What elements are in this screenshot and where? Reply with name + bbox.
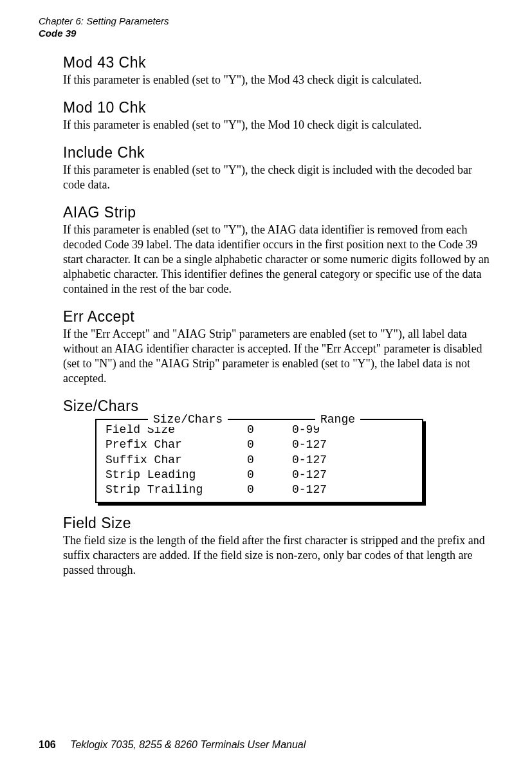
table-row: Prefix Char 0 0-127 [105,437,413,452]
row-range: 0-127 [292,453,413,468]
heading-mod10: Mod 10 Chk [63,99,493,116]
page: Chapter 6: Setting Parameters Code 39 Mo… [0,0,532,770]
row-range: 0-127 [292,437,413,452]
paragraph: If this parameter is enabled (set to "Y"… [63,163,493,192]
page-header: Chapter 6: Setting Parameters Code 39 [39,15,493,40]
paragraph: If this parameter is enabled (set to "Y"… [63,118,493,133]
table-row: Suffix Char 0 0-127 [105,453,413,468]
row-value: 0 [247,437,292,452]
paragraph: If this parameter is enabled (set to "Y"… [63,73,493,87]
size-chars-table: Size/Chars Range Field Size 0 0-99 Prefi… [95,419,423,503]
page-number: 106 [39,739,56,750]
paragraph: If this parameter is enabled (set to "Y"… [63,223,493,297]
heading-field-size: Field Size [63,515,493,532]
paragraph: If the "Err Accept" and "AIAG Strip" par… [63,327,493,386]
legend-size-chars: Size/Chars [148,412,228,427]
legend-range: Range [315,412,360,427]
heading-err-accept: Err Accept [63,308,493,325]
chapter-label: Chapter 6: Setting Parameters [39,15,493,28]
row-range: 0-127 [292,468,413,482]
size-chars-box: Size/Chars Range Field Size 0 0-99 Prefi… [95,419,423,503]
page-footer: 106 Teklogix 7035, 8255 & 8260 Terminals… [39,739,306,751]
manual-title: Teklogix 7035, 8255 & 8260 Terminals Use… [70,739,306,750]
row-label: Suffix Char [105,453,247,468]
heading-include-chk: Include Chk [63,144,493,161]
heading-size-chars: Size/Chars [63,398,493,415]
row-label: Strip Leading [105,468,247,482]
paragraph: The field size is the length of the fiel… [63,533,493,578]
row-label: Prefix Char [105,437,247,452]
row-value: 0 [247,423,292,437]
table-row: Strip Leading 0 0-127 [105,468,413,482]
row-label: Strip Trailing [105,482,247,497]
row-value: 0 [247,468,292,482]
section-label: Code 39 [39,28,493,40]
row-value: 0 [247,482,292,497]
row-range: 0-127 [292,482,413,497]
row-value: 0 [247,453,292,468]
table-row: Strip Trailing 0 0-127 [105,482,413,497]
heading-mod43: Mod 43 Chk [63,54,493,71]
content-body: Mod 43 Chk If this parameter is enabled … [39,54,493,578]
heading-aiag-strip: AIAG Strip [63,204,493,221]
